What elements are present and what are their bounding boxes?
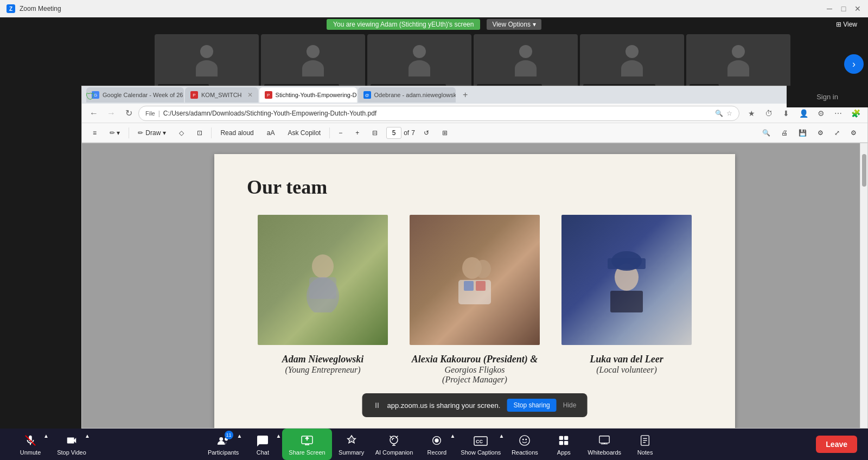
left-sidebar <box>0 86 81 429</box>
taskbar-left-controls: Unmute ▲ Stop Video ▲ <box>11 429 91 460</box>
browser-chrome: G Google Calendar - Week of 26 f... ✕ P … <box>82 86 867 143</box>
zoom-in-button[interactable]: + <box>351 127 363 139</box>
pdf-settings-2-button[interactable]: ⚙ <box>813 127 828 139</box>
team-member-3: Luka van del Leer (Local volunteer) <box>559 215 694 385</box>
zoom-out-button[interactable]: − <box>334 127 347 139</box>
refresh-button[interactable]: ↻ <box>121 106 136 121</box>
fit-page-button[interactable]: ⊟ <box>368 127 382 139</box>
chevron-down-icon: ▾ <box>533 21 536 28</box>
history-icon[interactable]: ⏱ <box>761 106 776 121</box>
browser-window: G Google Calendar - Week of 26 f... ✕ P … <box>81 86 868 429</box>
participants-badge: 11 <box>225 431 233 439</box>
eraser-button[interactable]: ◇ <box>175 127 188 139</box>
team-member-3-role: (Local volunteer) <box>596 365 657 375</box>
notes-button[interactable]: Notes <box>626 429 665 460</box>
toolbar-separator-1 <box>129 127 129 138</box>
pdf-scrollbar[interactable] <box>860 143 867 428</box>
ai-companion-button[interactable]: AI Companion <box>371 429 418 460</box>
participant-thumb-2[interactable]: Susana Rodrigues (EIA) <box>261 34 365 94</box>
participants-chevron[interactable]: ▲ <box>237 433 242 439</box>
sign-in-button[interactable]: Sign in <box>816 93 838 101</box>
unmute-button[interactable]: Unmute ▲ <box>11 429 50 460</box>
ask-copilot-button[interactable]: Ask Copilot <box>283 127 325 139</box>
summary-button[interactable]: Summary <box>332 429 371 460</box>
stop-video-chevron[interactable]: ▲ <box>85 433 90 439</box>
window-controls[interactable]: ─ □ ✕ <box>826 5 861 12</box>
view-button[interactable]: ⊞ View <box>836 21 857 28</box>
chat-chevron[interactable]: ▲ <box>276 433 281 439</box>
team-photo-1 <box>258 215 388 345</box>
participant-thumb-5[interactable]: Adam (Stichting yEUth) <box>580 34 684 94</box>
annotate-button[interactable]: ✏ ▾ <box>105 127 124 139</box>
ai-companion-icon <box>386 433 401 448</box>
download-icon[interactable]: ⬇ <box>778 106 794 121</box>
unmute-chevron[interactable]: ▲ <box>43 433 49 439</box>
svg-rect-7 <box>476 281 486 291</box>
whiteboards-icon <box>597 433 612 448</box>
svg-rect-27 <box>564 441 568 445</box>
browser-tab-1[interactable]: P KOM_SWITCH ✕ <box>185 87 258 103</box>
search-icon[interactable]: 🔍 <box>715 110 723 117</box>
pdf-fullscreen-button[interactable]: ⤢ <box>830 127 844 139</box>
pdf-print-button[interactable]: 🖨 <box>777 127 792 139</box>
browser-tab-0[interactable]: G Google Calendar - Week of 26 f... ✕ <box>86 87 184 103</box>
table-of-contents-button[interactable]: ≡ <box>88 127 101 139</box>
close-button[interactable]: ✕ <box>854 5 861 12</box>
view-options-button[interactable]: View Options ▾ <box>487 19 541 30</box>
settings-icon[interactable]: ⚙ <box>813 106 828 121</box>
toolbar-separator-2 <box>211 127 212 138</box>
minimize-button[interactable]: ─ <box>826 5 833 12</box>
show-captions-button[interactable]: CC Show Captions ▲ <box>456 429 505 460</box>
record-chevron[interactable]: ▲ <box>450 433 455 439</box>
browser-tab-3[interactable]: @ Odebrane - adam.nieweglowski... ✕ <box>358 87 456 103</box>
back-button[interactable]: ← <box>86 106 101 121</box>
chat-button[interactable]: Chat ▲ <box>243 429 282 460</box>
svg-rect-5 <box>458 280 491 304</box>
page-of-label: of <box>404 129 409 137</box>
pdf-more-button[interactable]: ⚙ <box>846 127 861 139</box>
maximize-button[interactable]: □ <box>840 5 847 12</box>
more-icon[interactable]: ⋯ <box>831 106 846 121</box>
next-participant-button[interactable]: › <box>844 54 864 74</box>
view-mode-button[interactable]: ⊞ <box>438 127 452 139</box>
bookmark-icon[interactable]: ☆ <box>726 110 732 117</box>
captions-chevron[interactable]: ▲ <box>499 433 504 439</box>
text-size-button[interactable]: aA <box>263 127 279 139</box>
page-fit-button[interactable]: ⊡ <box>193 127 207 139</box>
record-button[interactable]: Record ▲ <box>417 429 456 460</box>
record-icon <box>429 433 444 448</box>
stop-sharing-button[interactable]: Stop sharing <box>507 399 556 412</box>
page-number-input[interactable] <box>386 127 401 139</box>
profile-icon[interactable]: 👤 <box>796 106 811 121</box>
tab-close-1[interactable]: ✕ <box>247 91 253 99</box>
new-tab-button[interactable]: + <box>459 88 472 101</box>
viewing-notification-text: You are viewing Adam (Stichting yEUth)'s… <box>327 19 480 30</box>
rotate-button[interactable]: ↺ <box>419 127 433 139</box>
svg-point-18 <box>435 438 439 442</box>
extension-icon[interactable]: 🧩 <box>848 106 863 121</box>
browser-tab-2[interactable]: P Stichting-Youth-Empowering-Du... ✕ <box>259 87 357 103</box>
reactions-button[interactable]: Reactions <box>505 429 544 460</box>
stop-video-button[interactable]: Stop Video ▲ <box>52 429 91 460</box>
pdf-save-button[interactable]: 💾 <box>794 127 811 139</box>
participant-thumb-6[interactable]: Raquel <box>686 34 790 94</box>
apps-button[interactable]: Apps <box>544 429 583 460</box>
browser-nav: ← → ↻ File | C:/Users/adamn/Downloads/St… <box>82 104 867 123</box>
participants-button[interactable]: 11 Participants ▲ <box>203 429 243 460</box>
participant-thumb-3[interactable]: Maria Teresa - Integra ... <box>367 34 471 94</box>
draw-button[interactable]: ✏ Draw ▾ <box>133 127 170 139</box>
file-protocol: File <box>145 110 155 117</box>
whiteboards-button[interactable]: Whiteboards <box>583 429 626 460</box>
participant-thumb-4[interactable]: natalia espirito santo <box>474 34 578 94</box>
participant-thumb-1[interactable]: Stichting yEUth <box>155 34 259 94</box>
forward-button[interactable]: → <box>104 106 119 121</box>
pdf-search-button[interactable]: 🔍 <box>758 127 775 139</box>
address-bar[interactable]: File | C:/Users/adamn/Downloads/Stichtin… <box>138 106 739 121</box>
share-screen-button[interactable]: Share Screen <box>282 429 331 460</box>
pdf-page-title: Our team <box>247 176 703 199</box>
leave-button[interactable]: Leave <box>816 436 857 453</box>
pdf-scrollbar-thumb[interactable] <box>862 154 866 187</box>
read-aloud-button[interactable]: Read aloud <box>216 127 258 139</box>
hide-sharing-button[interactable]: Hide <box>563 401 577 409</box>
favorites-icon[interactable]: ★ <box>744 106 759 121</box>
